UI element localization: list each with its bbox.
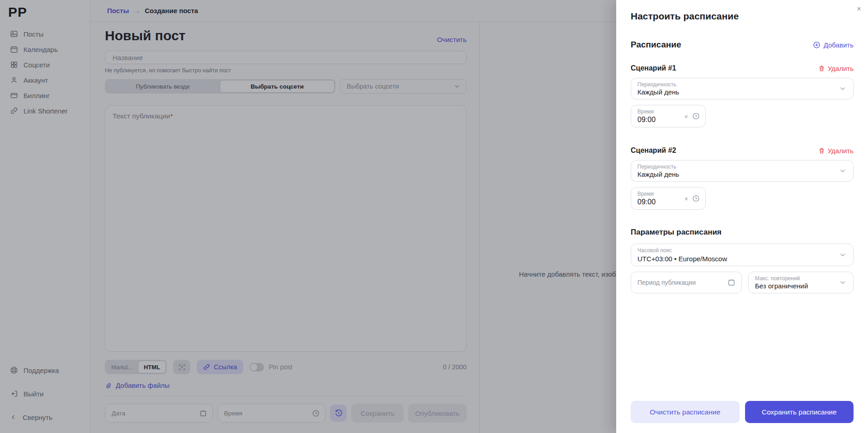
max-repeats-label: Макс. повторений — [755, 275, 800, 282]
clock-icon[interactable] — [692, 113, 700, 120]
chevron-down-icon — [839, 167, 847, 175]
frequency-value: Каждый день — [637, 170, 679, 178]
timezone-value: UTC+03:00 • Europe/Moscow — [637, 255, 727, 263]
timezone-select[interactable]: Часовой пояс UTC+03:00 • Europe/Moscow — [631, 244, 854, 266]
schedule-heading: Расписание — [631, 40, 681, 50]
publication-period-field[interactable]: Период публикации — [631, 272, 742, 293]
calendar-icon — [727, 278, 736, 287]
scenario-title: Сценарий #1 — [631, 64, 676, 72]
time-label: Время — [637, 108, 654, 115]
max-repeats-select[interactable]: Макс. повторений Без ограничений — [748, 272, 854, 293]
chevron-down-icon — [839, 85, 847, 93]
params-heading: Параметры расписания — [631, 228, 854, 237]
frequency-value: Каждый день — [637, 88, 679, 96]
scenario-title: Сценарий #2 — [631, 146, 676, 155]
time-value: 09:00 — [637, 116, 656, 124]
time-input[interactable]: Время 09:00 × — [631, 105, 706, 127]
timezone-label: Часовой пояс — [637, 247, 672, 254]
frequency-select[interactable]: Периодичность Каждый день — [631, 78, 854, 99]
close-icon[interactable]: × — [854, 4, 864, 14]
clock-icon[interactable] — [692, 195, 700, 202]
delete-scenario-button[interactable]: Удалить — [818, 65, 854, 72]
schedule-panel: × Настроить расписание Расписание Добави… — [616, 0, 868, 433]
clear-schedule-button[interactable]: Очистить расписание — [631, 401, 740, 423]
publication-period-label: Период публикации — [637, 279, 696, 286]
plus-circle-icon — [813, 41, 821, 49]
time-label: Время — [637, 191, 654, 197]
delete-scenario-label: Удалить — [828, 147, 854, 155]
trash-icon — [818, 147, 825, 154]
delete-scenario-button[interactable]: Удалить — [818, 147, 854, 155]
chevron-down-icon — [839, 251, 847, 259]
save-schedule-button[interactable]: Сохранить расписание — [745, 401, 854, 423]
clear-time-icon[interactable]: × — [684, 113, 688, 119]
trash-icon — [818, 65, 825, 72]
delete-scenario-label: Удалить — [828, 65, 854, 72]
max-repeats-value: Без ограничений — [755, 282, 808, 290]
panel-title: Настроить расписание — [631, 11, 854, 22]
frequency-label: Периодичность — [637, 81, 676, 88]
time-input[interactable]: Время 09:00 × — [631, 187, 706, 210]
add-scenario-button[interactable]: Добавить — [813, 41, 854, 49]
chevron-down-icon — [839, 278, 847, 287]
frequency-label: Периодичность — [637, 164, 676, 170]
add-scenario-label: Добавить — [824, 41, 854, 49]
clear-time-icon[interactable]: × — [684, 195, 688, 202]
frequency-select[interactable]: Периодичность Каждый день — [631, 160, 854, 182]
time-value: 09:00 — [637, 198, 656, 206]
